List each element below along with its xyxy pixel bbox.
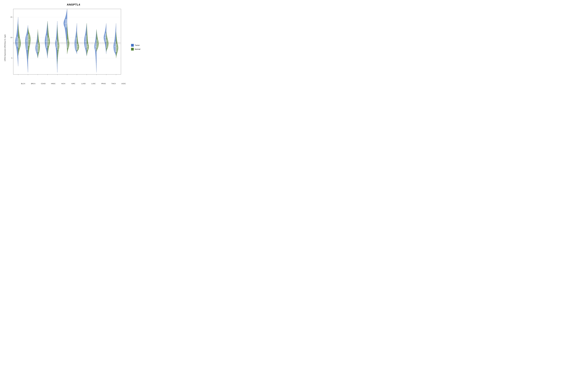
- svg-rect-598: [117, 52, 117, 52]
- svg-rect-22: [17, 37, 18, 47]
- x-axis-label: BRCA: [28, 83, 38, 89]
- svg-rect-191: [46, 34, 46, 34]
- svg-rect-195: [46, 39, 46, 39]
- svg-rect-399: [85, 30, 86, 30]
- svg-rect-276: [58, 48, 59, 48]
- svg-rect-309: [65, 40, 65, 40]
- svg-rect-320: [67, 27, 68, 27]
- svg-rect-490: [97, 44, 97, 45]
- svg-rect-325: [69, 35, 69, 35]
- svg-rect-517: [105, 42, 106, 42]
- svg-rect-63: [18, 40, 19, 41]
- svg-rect-203: [46, 49, 46, 50]
- svg-rect-281: [57, 57, 58, 58]
- svg-rect-437: [87, 45, 87, 45]
- svg-rect-579: [115, 54, 116, 54]
- svg-rect-186: [46, 27, 47, 27]
- svg-rect-85: [26, 41, 26, 42]
- x-axis-label: BLCA: [18, 83, 28, 89]
- svg-rect-351: [75, 35, 75, 35]
- chart-area-wrap: 51015 BLCABRCACOADHNSCKICHKIRCLUADLUSCPR…: [7, 7, 129, 89]
- x-axis-label: KICH: [58, 83, 68, 89]
- svg-rect-521: [105, 47, 105, 47]
- svg-rect-227: [48, 48, 49, 48]
- svg-rect-31: [17, 32, 17, 32]
- svg-rect-90: [26, 50, 26, 50]
- svg-rect-457: [95, 45, 95, 46]
- svg-rect-404: [85, 35, 85, 36]
- svg-rect-71: [18, 53, 19, 54]
- svg-rect-187: [46, 28, 46, 29]
- svg-rect-592: [117, 44, 117, 44]
- svg-rect-149: [36, 51, 37, 51]
- svg-rect-164: [38, 37, 39, 37]
- svg-rect-170: [39, 46, 39, 46]
- svg-rect-507: [105, 32, 106, 32]
- svg-rect-97: [26, 61, 26, 61]
- svg-rect-397: [86, 27, 86, 28]
- svg-rect-150: [36, 52, 37, 52]
- y-axis-label: mRNA Expression (RNASeq V2, log2): [2, 7, 7, 89]
- svg-rect-140: [37, 42, 38, 42]
- svg-rect-420: [86, 54, 86, 54]
- svg-rect-546: [106, 48, 107, 49]
- svg-rect-181: [46, 36, 48, 48]
- svg-rect-283: [57, 61, 58, 61]
- svg-rect-428: [87, 31, 88, 31]
- svg-rect-526: [106, 52, 106, 52]
- svg-rect-80: [27, 33, 27, 33]
- svg-rect-92: [27, 53, 28, 53]
- svg-rect-158: [38, 42, 39, 52]
- svg-rect-356: [75, 40, 75, 40]
- svg-rect-443: [86, 55, 87, 55]
- svg-rect-321: [67, 28, 68, 29]
- svg-rect-249: [56, 48, 56, 48]
- svg-rect-534: [107, 36, 107, 36]
- svg-rect-284: [57, 63, 58, 63]
- svg-rect-39: [18, 46, 18, 46]
- svg-rect-166: [39, 40, 40, 40]
- svg-rect-96: [26, 59, 27, 60]
- svg-rect-552: [115, 42, 116, 52]
- legend-item: Tumor: [131, 44, 140, 47]
- chart-title: ANGPTL4: [2, 2, 145, 7]
- svg-rect-389: [77, 50, 78, 50]
- svg-rect-247: [56, 44, 57, 44]
- svg-rect-442: [87, 53, 87, 54]
- svg-rect-220: [49, 36, 49, 36]
- svg-rect-295: [66, 20, 66, 20]
- svg-rect-222: [48, 39, 48, 40]
- svg-rect-510: [104, 35, 105, 35]
- svg-rect-575: [115, 49, 116, 50]
- svg-rect-564: [115, 37, 116, 37]
- svg-text:10: 10: [10, 37, 12, 38]
- svg-rect-287: [65, 19, 67, 27]
- x-axis-label: UCEC: [119, 83, 129, 89]
- svg-rect-472: [96, 68, 96, 68]
- svg-rect-379: [78, 40, 78, 40]
- svg-rect-590: [117, 41, 118, 42]
- svg-rect-405: [86, 37, 86, 37]
- svg-rect-414: [85, 47, 86, 47]
- svg-rect-347: [77, 30, 77, 31]
- svg-rect-602: [116, 57, 116, 58]
- svg-rect-496: [96, 51, 97, 51]
- svg-rect-533: [106, 35, 107, 35]
- svg-rect-456: [95, 44, 95, 44]
- svg-rect-558: [115, 30, 115, 30]
- svg-rect-539: [107, 41, 107, 41]
- svg-rect-560: [115, 32, 116, 32]
- svg-rect-311: [66, 43, 67, 43]
- svg-rect-297: [65, 23, 65, 23]
- svg-rect-334: [67, 49, 68, 49]
- svg-rect-417: [86, 50, 86, 51]
- svg-rect-538: [107, 40, 108, 40]
- svg-rect-451: [95, 36, 96, 37]
- svg-rect-277: [58, 50, 58, 50]
- svg-rect-434: [87, 40, 87, 41]
- svg-rect-361: [76, 45, 76, 46]
- svg-rect-499: [105, 33, 106, 42]
- svg-rect-254: [56, 57, 57, 57]
- svg-rect-192: [45, 35, 46, 35]
- svg-rect-353: [76, 37, 76, 37]
